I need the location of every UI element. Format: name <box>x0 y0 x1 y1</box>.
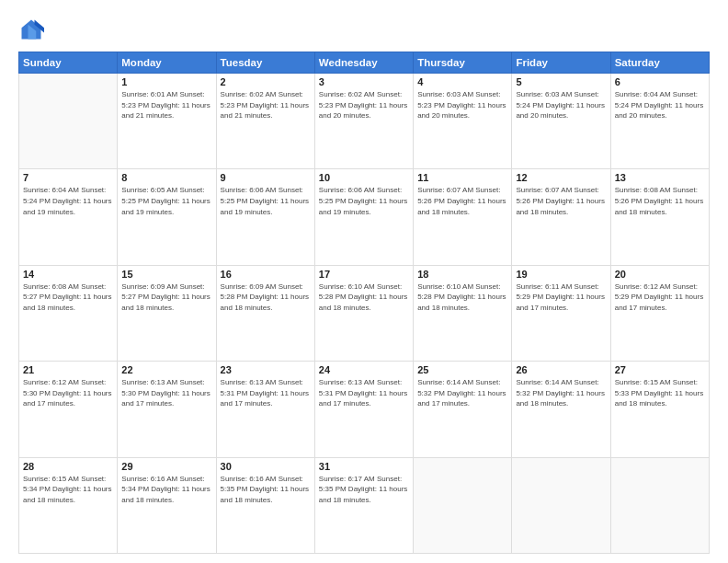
day-number: 31 <box>319 461 409 472</box>
calendar-cell: 19Sunrise: 6:11 AM Sunset: 5:29 PM Dayli… <box>512 265 610 361</box>
calendar-cell: 4Sunrise: 6:03 AM Sunset: 5:23 PM Daylig… <box>414 74 512 169</box>
week-row-3: 21Sunrise: 6:12 AM Sunset: 5:30 PM Dayli… <box>19 362 710 457</box>
calendar-cell <box>414 457 512 553</box>
calendar-cell: 31Sunrise: 6:17 AM Sunset: 5:35 PM Dayli… <box>314 457 413 553</box>
day-info: Sunrise: 6:12 AM Sunset: 5:30 PM Dayligh… <box>23 377 113 409</box>
calendar-cell: 3Sunrise: 6:02 AM Sunset: 5:23 PM Daylig… <box>314 74 413 169</box>
calendar-cell: 5Sunrise: 6:03 AM Sunset: 5:24 PM Daylig… <box>512 74 610 169</box>
day-info: Sunrise: 6:10 AM Sunset: 5:28 PM Dayligh… <box>417 282 507 314</box>
day-number: 27 <box>615 364 705 375</box>
day-number: 9 <box>221 172 311 183</box>
calendar-cell: 16Sunrise: 6:09 AM Sunset: 5:28 PM Dayli… <box>216 265 314 361</box>
weekday-header-wednesday: Wednesday <box>314 52 413 74</box>
calendar-cell: 11Sunrise: 6:07 AM Sunset: 5:26 PM Dayli… <box>414 169 512 265</box>
calendar-cell: 15Sunrise: 6:09 AM Sunset: 5:27 PM Dayli… <box>118 265 216 361</box>
weekday-header-monday: Monday <box>118 52 216 74</box>
day-number: 15 <box>121 269 211 280</box>
day-info: Sunrise: 6:11 AM Sunset: 5:29 PM Dayligh… <box>516 282 606 314</box>
day-number: 23 <box>221 364 311 375</box>
calendar-cell: 6Sunrise: 6:04 AM Sunset: 5:24 PM Daylig… <box>610 74 709 169</box>
calendar-cell: 29Sunrise: 6:16 AM Sunset: 5:34 PM Dayli… <box>118 457 216 553</box>
day-number: 6 <box>615 76 705 87</box>
day-info: Sunrise: 6:10 AM Sunset: 5:28 PM Dayligh… <box>319 282 409 314</box>
day-number: 30 <box>221 461 311 472</box>
day-info: Sunrise: 6:15 AM Sunset: 5:34 PM Dayligh… <box>23 474 113 506</box>
day-number: 19 <box>516 269 606 280</box>
logo <box>18 17 48 42</box>
day-info: Sunrise: 6:08 AM Sunset: 5:26 PM Dayligh… <box>615 185 705 217</box>
calendar-cell: 20Sunrise: 6:12 AM Sunset: 5:29 PM Dayli… <box>610 265 709 361</box>
day-info: Sunrise: 6:13 AM Sunset: 5:30 PM Dayligh… <box>121 377 211 409</box>
day-info: Sunrise: 6:03 AM Sunset: 5:24 PM Dayligh… <box>516 89 606 121</box>
day-info: Sunrise: 6:14 AM Sunset: 5:32 PM Dayligh… <box>516 377 606 409</box>
day-info: Sunrise: 6:07 AM Sunset: 5:26 PM Dayligh… <box>516 185 606 217</box>
week-row-2: 14Sunrise: 6:08 AM Sunset: 5:27 PM Dayli… <box>19 265 710 361</box>
calendar-cell: 14Sunrise: 6:08 AM Sunset: 5:27 PM Dayli… <box>19 265 118 361</box>
day-info: Sunrise: 6:09 AM Sunset: 5:28 PM Dayligh… <box>221 282 311 314</box>
day-number: 14 <box>23 269 113 280</box>
calendar-cell: 7Sunrise: 6:04 AM Sunset: 5:24 PM Daylig… <box>19 169 118 265</box>
day-info: Sunrise: 6:04 AM Sunset: 5:24 PM Dayligh… <box>615 89 705 121</box>
day-number: 5 <box>516 76 606 87</box>
week-row-4: 28Sunrise: 6:15 AM Sunset: 5:34 PM Dayli… <box>19 457 710 553</box>
day-number: 8 <box>121 172 211 183</box>
page: SundayMondayTuesdayWednesdayThursdayFrid… <box>0 0 728 563</box>
calendar-cell: 1Sunrise: 6:01 AM Sunset: 5:23 PM Daylig… <box>118 74 216 169</box>
calendar-cell: 30Sunrise: 6:16 AM Sunset: 5:35 PM Dayli… <box>216 457 314 553</box>
calendar-cell: 28Sunrise: 6:15 AM Sunset: 5:34 PM Dayli… <box>19 457 118 553</box>
day-info: Sunrise: 6:02 AM Sunset: 5:23 PM Dayligh… <box>319 89 409 121</box>
calendar-table: SundayMondayTuesdayWednesdayThursdayFrid… <box>18 52 710 554</box>
logo-icon <box>18 17 44 42</box>
day-info: Sunrise: 6:13 AM Sunset: 5:31 PM Dayligh… <box>221 377 311 409</box>
day-number: 11 <box>417 172 507 183</box>
calendar-cell: 10Sunrise: 6:06 AM Sunset: 5:25 PM Dayli… <box>314 169 413 265</box>
day-number: 20 <box>615 269 705 280</box>
day-number: 12 <box>516 172 606 183</box>
weekday-header-saturday: Saturday <box>610 52 709 74</box>
day-number: 1 <box>121 76 211 87</box>
weekday-header-friday: Friday <box>512 52 610 74</box>
day-number: 4 <box>417 76 507 87</box>
day-number: 10 <box>319 172 409 183</box>
calendar-cell: 2Sunrise: 6:02 AM Sunset: 5:23 PM Daylig… <box>216 74 314 169</box>
day-number: 28 <box>23 461 113 472</box>
day-number: 25 <box>417 364 507 375</box>
day-info: Sunrise: 6:06 AM Sunset: 5:25 PM Dayligh… <box>221 185 311 217</box>
day-number: 3 <box>319 76 409 87</box>
calendar-cell: 27Sunrise: 6:15 AM Sunset: 5:33 PM Dayli… <box>610 362 709 457</box>
day-number: 13 <box>615 172 705 183</box>
day-info: Sunrise: 6:07 AM Sunset: 5:26 PM Dayligh… <box>417 185 507 217</box>
day-info: Sunrise: 6:16 AM Sunset: 5:34 PM Dayligh… <box>121 474 211 506</box>
calendar-cell <box>19 74 118 169</box>
day-number: 2 <box>221 76 311 87</box>
day-number: 26 <box>516 364 606 375</box>
day-number: 18 <box>417 269 507 280</box>
calendar-cell: 13Sunrise: 6:08 AM Sunset: 5:26 PM Dayli… <box>610 169 709 265</box>
calendar-cell <box>512 457 610 553</box>
calendar-cell: 18Sunrise: 6:10 AM Sunset: 5:28 PM Dayli… <box>414 265 512 361</box>
day-info: Sunrise: 6:08 AM Sunset: 5:27 PM Dayligh… <box>23 282 113 314</box>
calendar-cell: 25Sunrise: 6:14 AM Sunset: 5:32 PM Dayli… <box>414 362 512 457</box>
day-info: Sunrise: 6:04 AM Sunset: 5:24 PM Dayligh… <box>23 185 113 217</box>
weekday-header-row: SundayMondayTuesdayWednesdayThursdayFrid… <box>19 52 710 74</box>
calendar-cell: 23Sunrise: 6:13 AM Sunset: 5:31 PM Dayli… <box>216 362 314 457</box>
day-number: 7 <box>23 172 113 183</box>
day-info: Sunrise: 6:09 AM Sunset: 5:27 PM Dayligh… <box>121 282 211 314</box>
day-info: Sunrise: 6:14 AM Sunset: 5:32 PM Dayligh… <box>417 377 507 409</box>
calendar-cell: 24Sunrise: 6:13 AM Sunset: 5:31 PM Dayli… <box>314 362 413 457</box>
weekday-header-sunday: Sunday <box>19 52 118 74</box>
day-number: 29 <box>121 461 211 472</box>
day-info: Sunrise: 6:16 AM Sunset: 5:35 PM Dayligh… <box>221 474 311 506</box>
day-number: 21 <box>23 364 113 375</box>
day-number: 17 <box>319 269 409 280</box>
day-info: Sunrise: 6:05 AM Sunset: 5:25 PM Dayligh… <box>121 185 211 217</box>
calendar-cell: 26Sunrise: 6:14 AM Sunset: 5:32 PM Dayli… <box>512 362 610 457</box>
day-number: 16 <box>221 269 311 280</box>
calendar-cell: 8Sunrise: 6:05 AM Sunset: 5:25 PM Daylig… <box>118 169 216 265</box>
day-info: Sunrise: 6:13 AM Sunset: 5:31 PM Dayligh… <box>319 377 409 409</box>
day-info: Sunrise: 6:02 AM Sunset: 5:23 PM Dayligh… <box>221 89 311 121</box>
week-row-1: 7Sunrise: 6:04 AM Sunset: 5:24 PM Daylig… <box>19 169 710 265</box>
calendar-cell: 21Sunrise: 6:12 AM Sunset: 5:30 PM Dayli… <box>19 362 118 457</box>
day-info: Sunrise: 6:15 AM Sunset: 5:33 PM Dayligh… <box>615 377 705 409</box>
week-row-0: 1Sunrise: 6:01 AM Sunset: 5:23 PM Daylig… <box>19 74 710 169</box>
